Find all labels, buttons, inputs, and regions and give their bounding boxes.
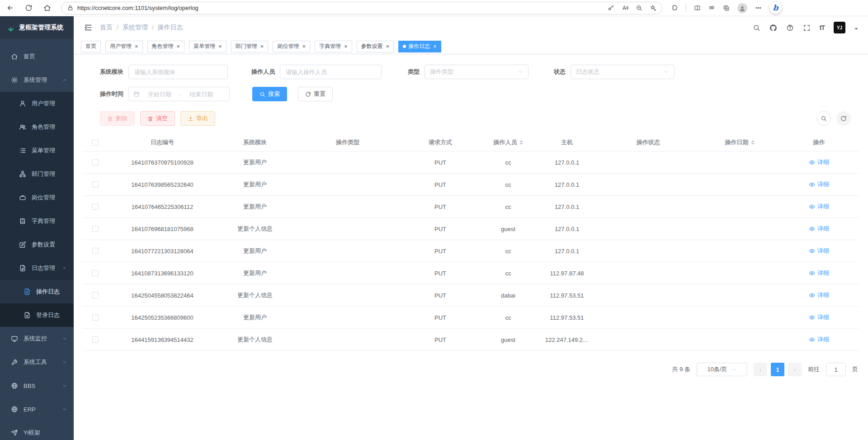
sidebar-item[interactable]: Yi框架 — [0, 421, 74, 440]
sidebar-item[interactable]: 系统管理 — [0, 68, 74, 92]
row-checkbox[interactable] — [92, 270, 99, 276]
row-checkbox[interactable] — [92, 159, 99, 166]
detail-link[interactable]: 详细 — [809, 203, 829, 211]
table-header-cell[interactable]: 操作日期 — [700, 133, 779, 151]
table-header-cell[interactable]: 系统模块 — [217, 133, 293, 151]
tab[interactable]: 部门管理 × — [231, 41, 269, 52]
reset-button[interactable]: 重置 — [298, 87, 333, 101]
close-icon[interactable]: × — [433, 43, 437, 49]
row-checkbox[interactable] — [92, 336, 99, 343]
end-date-input[interactable] — [185, 91, 217, 98]
detail-link[interactable]: 详细 — [809, 313, 829, 322]
status-select[interactable]: 日志状态 — [571, 65, 675, 79]
row-checkbox[interactable] — [92, 314, 99, 321]
favorite-add-icon[interactable] — [650, 5, 656, 11]
detail-link[interactable]: 详细 — [809, 291, 829, 299]
split-screen-icon[interactable] — [694, 5, 701, 11]
extensions-icon[interactable] — [671, 5, 678, 11]
detail-link[interactable]: 详细 — [809, 225, 829, 233]
tab[interactable]: 用户管理 × — [105, 41, 143, 52]
type-select[interactable]: 操作类型 — [425, 65, 528, 79]
current-page-button[interactable]: 1 — [771, 363, 784, 376]
table-search-toggle-button[interactable] — [816, 111, 831, 126]
start-date-input[interactable] — [143, 91, 176, 98]
row-checkbox[interactable] — [92, 292, 99, 298]
favorites-icon[interactable] — [708, 5, 715, 11]
collections-icon[interactable] — [723, 5, 730, 11]
tab[interactable]: 岗位管理 × — [273, 41, 310, 52]
table-header-cell[interactable]: 操作状态 — [596, 133, 700, 151]
date-range-picker[interactable]: - — [128, 87, 230, 101]
back-icon[interactable] — [6, 4, 14, 12]
sidebar-item[interactable]: 日志管理 — [0, 256, 74, 280]
reload-icon[interactable] — [25, 4, 33, 12]
sidebar-item[interactable]: 字典管理 — [0, 209, 74, 233]
export-button[interactable]: 导出 — [180, 111, 215, 126]
settings-more-icon[interactable] — [755, 5, 762, 11]
sidebar-fold-icon[interactable] — [84, 23, 93, 32]
sidebar-item[interactable]: 部门管理 — [0, 162, 74, 186]
table-header-cell[interactable]: 操作类型 — [293, 133, 402, 151]
tab[interactable]: 首页 — [81, 41, 101, 52]
bing-chat-icon[interactable]: b — [769, 2, 782, 14]
breadcrumb-item[interactable]: 系统管理 / — [123, 24, 154, 32]
table-header-cell[interactable]: 请求方式 — [402, 133, 479, 151]
address-bar[interactable]: https://ccnetcore.com:1101/system/log/op… — [61, 2, 662, 14]
sidebar-item[interactable]: 用户管理 — [0, 92, 74, 115]
close-icon[interactable]: × — [302, 43, 306, 49]
sidebar-item[interactable]: 操作日志 — [0, 280, 74, 303]
sidebar-item[interactable]: 首页 — [0, 45, 74, 68]
sidebar-item[interactable]: 系统工具 — [0, 350, 74, 374]
close-icon[interactable]: × — [260, 43, 264, 49]
sidebar-item[interactable]: 角色管理 — [0, 115, 74, 139]
search-button[interactable]: 搜索 — [252, 87, 287, 101]
goto-page-input[interactable] — [826, 363, 846, 376]
table-header-cell[interactable]: 日志编号 — [108, 133, 217, 151]
close-icon[interactable]: × — [135, 43, 138, 49]
table-header-cell[interactable]: 操作人员 — [479, 133, 538, 151]
sidebar-item[interactable]: 参数设置 — [0, 233, 74, 256]
font-size-icon[interactable]: tT — [820, 24, 825, 31]
detail-link[interactable]: 详细 — [809, 336, 829, 344]
table-refresh-button[interactable] — [836, 111, 851, 126]
user-avatar[interactable]: YJ — [834, 22, 845, 33]
select-all-checkbox[interactable] — [92, 139, 99, 146]
breadcrumb-item[interactable]: 首页 / — [100, 24, 118, 32]
table-header-cell[interactable] — [83, 133, 108, 151]
lock-icon[interactable] — [67, 5, 74, 11]
table-header-cell[interactable]: 操作 — [779, 133, 859, 151]
delete-button[interactable]: 删除 — [100, 111, 135, 126]
avatar-caret-icon[interactable] — [854, 28, 858, 32]
next-page-button[interactable]: › — [788, 363, 802, 376]
close-icon[interactable]: × — [344, 43, 348, 49]
row-checkbox[interactable] — [92, 248, 99, 254]
page-size-select[interactable]: 10条/页 — [697, 363, 747, 376]
tab[interactable]: 参数设置 × — [357, 41, 394, 52]
prev-page-button[interactable]: ‹ — [754, 363, 767, 376]
url-text[interactable]: https://ccnetcore.com:1101/system/log/op… — [77, 5, 604, 11]
sort-carets-icon[interactable] — [519, 138, 523, 147]
sidebar-item[interactable]: 岗位管理 — [0, 186, 74, 209]
read-aloud-icon[interactable] — [622, 5, 628, 11]
password-key-icon[interactable] — [608, 5, 614, 11]
tab[interactable]: 字典管理 × — [315, 41, 352, 52]
tab[interactable]: 角色管理 × — [147, 41, 185, 52]
detail-link[interactable]: 详细 — [809, 247, 829, 255]
tab[interactable]: 操作日志 × — [398, 41, 441, 52]
detail-link[interactable]: 详细 — [809, 269, 829, 277]
fullscreen-icon[interactable] — [803, 24, 811, 32]
sidebar-item[interactable]: BBS — [0, 374, 74, 397]
github-icon[interactable] — [769, 24, 777, 32]
sort-carets-icon[interactable] — [751, 138, 755, 147]
close-icon[interactable]: × — [177, 43, 180, 49]
clear-button[interactable]: 清空 — [140, 111, 175, 126]
breadcrumb-item[interactable]: 操作日志 — [158, 24, 187, 32]
browser-profile-avatar[interactable] — [737, 3, 747, 13]
sidebar-item[interactable]: ERP — [0, 397, 74, 421]
header-search-icon[interactable] — [753, 24, 760, 32]
row-checkbox[interactable] — [92, 181, 99, 188]
detail-link[interactable]: 详细 — [809, 158, 829, 166]
app-logo[interactable]: 意框架管理系统 — [0, 16, 74, 39]
module-input[interactable] — [128, 65, 228, 79]
sidebar-item[interactable]: 菜单管理 — [0, 139, 74, 162]
